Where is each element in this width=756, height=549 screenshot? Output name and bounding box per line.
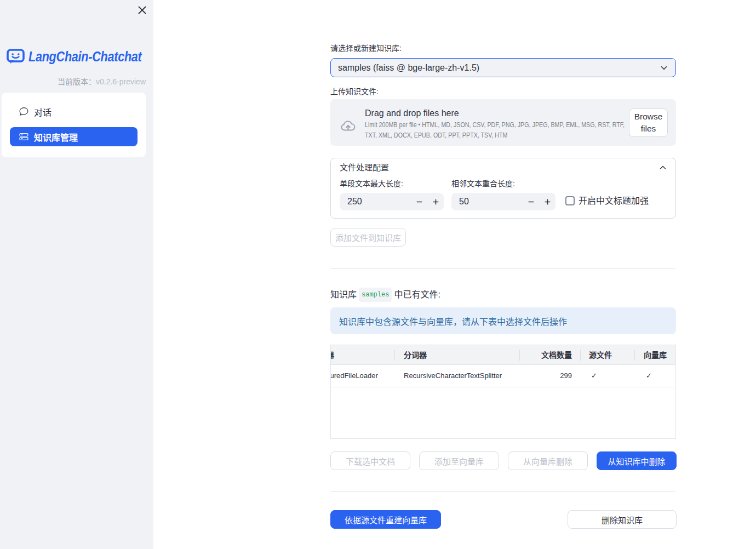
plus-icon [433,199,439,205]
column-header-loader[interactable]: 文档加载器 [331,345,334,365]
version-label: 当前版本： [58,77,96,86]
dropzone-title: Drag and drop files here [365,108,459,118]
divider [330,491,676,492]
chunk-size-input[interactable]: 250 [340,193,444,210]
minus-icon [416,199,422,205]
kb-stack-icon [19,132,28,141]
file-config-expander: 文件处理配置 单段文本最大长度: 相邻文本重合长度: 250 50 开启中文标题… [330,158,676,219]
plus-stepper-button[interactable] [539,193,555,210]
chevron-up-icon[interactable] [658,163,667,172]
delete-from-kb-button[interactable]: 从知识库中删除 [597,451,677,470]
add-to-vectorstore-button[interactable]: 添加至向量库 [419,451,499,470]
cloud-upload-icon [340,118,356,134]
plus-stepper-button[interactable] [427,193,444,210]
file-uploader-dropzone[interactable]: Drag and drop files here Limit 200MB per… [330,99,676,146]
divider [330,268,676,269]
cell-splitter: RecursiveCharacterTextSplitter [394,365,519,387]
app-title: LangChain-Chatchat [28,48,142,65]
menu-item-label: 对话 [34,105,51,118]
chevron-down-icon [659,63,669,73]
kb-selectbox-value: samples (faiss @ bge-large-zh-v1.5) [338,63,659,73]
version-value: v0.2.6-preview [96,77,146,86]
overlap-size-label: 相邻文本重合长度: [451,179,515,188]
kb-selectbox[interactable]: samples (faiss @ bge-large-zh-v1.5) [330,58,676,77]
table-cell: UnstructuredFileLoader [331,365,394,387]
dropzone-limits: Limit 200MB per file • HTML, MD, JSON, C… [365,120,625,141]
kb-files-prefix: 知识库 [330,289,357,301]
uploader-label: 上传知识文件: [330,87,379,96]
sidebar: LangChain-Chatchat 当前版本：v0.2.6-preview 对… [0,0,153,549]
rebuild-vectorstore-button[interactable]: 依据源文件重建向量库 [330,510,441,529]
chunk-size-value: 250 [347,197,411,207]
overlap-size-value: 50 [459,197,523,207]
column-header-splitter[interactable]: 分词器 [404,345,427,365]
kb-files-table[interactable]: 文档加载器 分词器 文档数量 源文件 向量库 UnstructuredFileL… [330,345,676,439]
sidebar-menu: 对话 知识库管理 [2,93,146,157]
version-info: 当前版本：v0.2.6-preview [58,76,146,87]
menu-item-kb-management[interactable]: 知识库管理 [10,127,138,146]
column-separator [634,350,635,361]
kb-files-heading: 知识库 samples 中已有文件: [330,288,440,302]
minus-stepper-button[interactable] [523,193,539,210]
kb-select-label: 请选择或新建知识库: [330,44,402,53]
table-header: 文档加载器 分词器 文档数量 源文件 向量库 [331,345,675,365]
main-content: 请选择或新建知识库: samples (faiss @ bge-large-zh… [330,0,676,549]
chunk-size-label: 单段文本最大长度: [340,179,403,188]
close-sidebar-button[interactable] [136,4,147,15]
close-icon [138,6,146,14]
zh-title-enhance-checkbox[interactable] [565,196,575,205]
download-selected-button[interactable]: 下载选中文档 [330,451,410,470]
kb-files-suffix: 中已有文件: [394,289,440,301]
plus-icon [545,199,551,205]
kb-name-code: samples [359,288,392,302]
column-header-vector-store[interactable]: 向量库 [644,345,667,365]
menu-item-dialogue[interactable]: 对话 [10,102,138,121]
cell-source-file-check: ✓ [580,365,634,387]
zh-title-enhance-label: 开启中文标题加强 [579,195,649,207]
delete-kb-button[interactable]: 删除知识库 [568,510,677,529]
expander-title[interactable]: 文件处理配置 [340,163,389,173]
chat-bubble-icon [19,107,28,116]
menu-item-label: 知识库管理 [34,130,78,144]
browse-files-button[interactable]: Browse files [629,108,668,137]
column-header-doc-count[interactable]: 文档数量 [541,345,572,365]
column-header-source-file[interactable]: 源文件 [589,345,612,365]
column-separator [394,350,395,361]
overlap-size-input[interactable]: 50 [451,193,555,210]
info-alert: 知识库中包含源文件与向量库，请从下表中选择文件后操作 [330,307,676,334]
cell-loader: UnstructuredFileLoader [331,365,378,387]
delete-from-vectorstore-button[interactable]: 从向量库删除 [508,451,588,470]
info-alert-text: 知识库中包含源文件与向量库，请从下表中选择文件后操作 [339,314,567,328]
cell-doc-count: 299 [519,365,580,387]
minus-icon [528,199,534,205]
column-separator [580,350,581,361]
minus-stepper-button[interactable] [411,193,427,210]
table-row[interactable]: UnstructuredFileLoader RecursiveCharacte… [331,365,675,387]
column-separator [519,350,520,361]
cell-vector-store-check: ✓ [634,365,675,387]
app-logo: LangChain-Chatchat [7,48,147,65]
add-files-button[interactable]: 添加文件到知识库 [330,228,406,247]
chatchat-logo-icon [7,49,25,64]
